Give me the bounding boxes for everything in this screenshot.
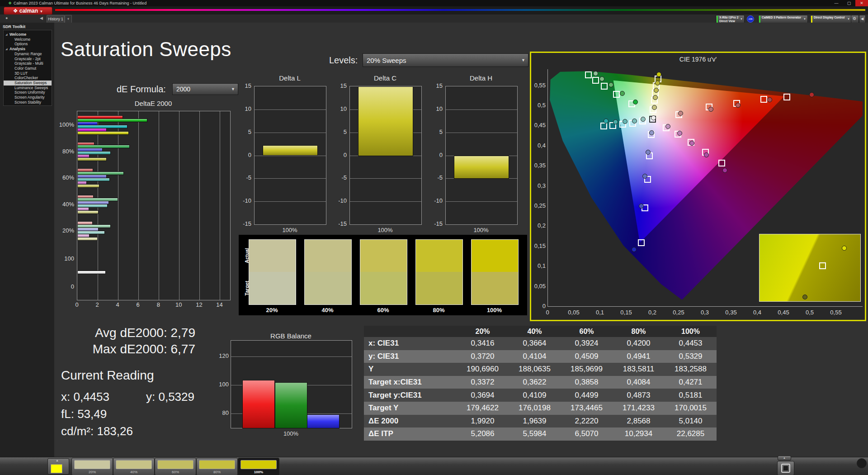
tree-expander-icon[interactable]: ◢ (5, 47, 8, 52)
meter-badge[interactable]: 236 (747, 15, 754, 23)
sidebar-item-welcome[interactable]: Welcome (4, 37, 52, 42)
levels-value: 20% Sweeps (367, 57, 406, 64)
collapse-left-icon[interactable]: ◀ (40, 16, 43, 20)
app-icon: ❖ (8, 1, 12, 5)
pattern-button-100%[interactable]: 100% (238, 458, 279, 475)
sidebar-item-grayscale-2pt[interactable]: Grayscale - 2pt (4, 57, 52, 62)
sidebar-item-dynamic-range[interactable]: Dynamic Range (4, 52, 52, 57)
tab-history-1[interactable]: History 1 (47, 15, 65, 23)
pin-icon[interactable]: ● (5, 16, 8, 20)
table-cell: 1,9639 (509, 417, 561, 426)
delta-y-tick: 0 (237, 152, 251, 158)
chevron-down-icon: ▼ (231, 87, 235, 91)
sidebar-item-colorchecker[interactable]: ColorChecker (4, 76, 52, 81)
delta-gridline (446, 109, 517, 110)
sidebar-group-analysis[interactable]: ◢Analysis (4, 47, 52, 52)
table-cell: 183,2588 (665, 365, 717, 374)
de-formula-dropdown[interactable]: 2000 ▼ (172, 83, 238, 95)
table-row: Target Y179,4622176,0198173,4465171,4233… (364, 402, 717, 415)
delta-y-tick: 5 (428, 128, 443, 135)
pattern-button-40%[interactable]: 40% (113, 458, 155, 475)
pattern-window-button[interactable]: ▲ (47, 458, 69, 475)
cie-y-tick: 0,45 (531, 122, 546, 128)
cie-target-point (783, 94, 790, 100)
settings-button[interactable]: ⚙ (851, 15, 859, 23)
deltae-x-tick: 6 (133, 301, 142, 308)
pattern-button-20%[interactable]: 20% (71, 458, 113, 475)
table-header-cell: 80% (613, 328, 665, 336)
device-button-label: Direct Display Control (814, 16, 844, 19)
table-cell: 6,5070 (561, 429, 613, 438)
swatch-cell-100% (471, 239, 519, 305)
sidebar-item-color-gamut[interactable]: Color Gamut (4, 66, 52, 71)
sidebar-item-luminance-sweeps[interactable]: Luminance Sweeps (4, 86, 52, 90)
sidebar-item-screen-angularity[interactable]: Screen Angularity (4, 95, 52, 100)
maximize-button[interactable]: ▢ (843, 0, 855, 6)
page-title: Saturation Sweeps (61, 38, 231, 61)
collapse-right-button[interactable]: ◀ (859, 15, 866, 23)
actual-target-swatch-panel: ActualTarget20%40%60%80%100% (239, 235, 527, 315)
table-row-label: ΔE ITP (364, 429, 457, 438)
eject-icon: ▲ (56, 459, 59, 462)
delta-chart-delta_h (445, 86, 518, 225)
cie-target-point (638, 239, 645, 246)
rgb-y-tick: 120 (213, 352, 229, 359)
sidebar-item-3d-lut[interactable]: 3D LUT (4, 71, 52, 76)
deltae-x-tick: 8 (154, 301, 163, 308)
eject-tab-button[interactable]: ▲ (778, 456, 791, 461)
table-cell: 0,4271 (665, 378, 717, 387)
cie-measured-point (632, 247, 637, 252)
delta-chart-title: Delta H (445, 74, 517, 82)
sidebar-item-grayscale-multi[interactable]: Grayscale - Multi (4, 61, 52, 66)
sidebar-item-options[interactable]: Options (4, 42, 52, 47)
delta-y-tick: -15 (428, 220, 443, 227)
calman-logo-icon: ❖ (13, 8, 18, 14)
delta-y-tick: -5 (332, 174, 347, 181)
pattern-button-label: 100% (238, 470, 279, 474)
delta-y-tick: -10 (332, 197, 347, 204)
calman-logo-text: calman (19, 8, 38, 14)
chevron-down-icon: ▼ (39, 10, 43, 14)
add-tab-button[interactable]: + (65, 15, 72, 23)
close-button[interactable]: ✕ (855, 0, 868, 6)
table-cell: 190,6960 (457, 365, 509, 374)
table-header-cell: 20% (457, 328, 509, 336)
cie-x-tick: 0,15 (617, 309, 635, 316)
table-cell: 170,0015 (665, 404, 717, 413)
sidebar-item-spectral-power-dist-[interactable]: Spectral Power Dist. (4, 105, 52, 106)
cie-y-tick: 0,35 (531, 162, 546, 169)
cie-measured-point (736, 103, 741, 108)
delta-gridline (255, 201, 326, 202)
workflow-tree: ◢WelcomeWelcomeOptions◢AnalysisDynamic R… (3, 30, 52, 106)
record-indicator[interactable] (857, 458, 867, 468)
sidebar-item-screen-stability[interactable]: Screen Stability (4, 100, 52, 105)
cie-measured-point (704, 152, 709, 157)
delta-y-tick: -5 (237, 174, 251, 181)
sidebar-group-welcome[interactable]: ◢Welcome (4, 32, 52, 37)
delta-chart-delta_c (349, 86, 422, 225)
rgb-balance-title: RGB Balance (231, 332, 351, 340)
table-cell: 5,0140 (665, 417, 717, 426)
rgb-balance-chart (231, 340, 352, 428)
sidebar-item-screen-uniformity[interactable]: Screen Uniformity (4, 90, 52, 95)
sidebar-item-saturation-sweeps[interactable]: Saturation Sweeps (4, 81, 52, 86)
cie-measured-point (609, 82, 613, 87)
table-row: Target y:CIE310,36940,41090,44990,48730,… (364, 389, 717, 402)
calman-menu-button[interactable]: ❖ calman ▼ (4, 7, 52, 15)
swatch-actual (472, 240, 518, 272)
device-status-indicator (759, 16, 760, 23)
swatch-cell-60% (360, 239, 407, 305)
cie-y-tick: 0,1 (531, 262, 546, 269)
table-cell: 0,4200 (613, 339, 665, 348)
current-pattern-swatch (51, 464, 62, 473)
de-formula-value: 2000 (176, 86, 190, 93)
pattern-button-60%[interactable]: 60% (155, 458, 196, 475)
pattern-button-80%[interactable]: 80% (196, 458, 238, 475)
delta-x-label: 100% (349, 227, 421, 233)
levels-dropdown[interactable]: 20% Sweeps ▼ (363, 53, 528, 67)
minimize-button[interactable]: — (830, 0, 843, 6)
cie-target-point (613, 91, 620, 98)
tree-expander-icon[interactable]: ◢ (5, 32, 8, 37)
table-header-cell: 60% (561, 328, 613, 336)
stop-pattern-button[interactable] (777, 461, 794, 475)
